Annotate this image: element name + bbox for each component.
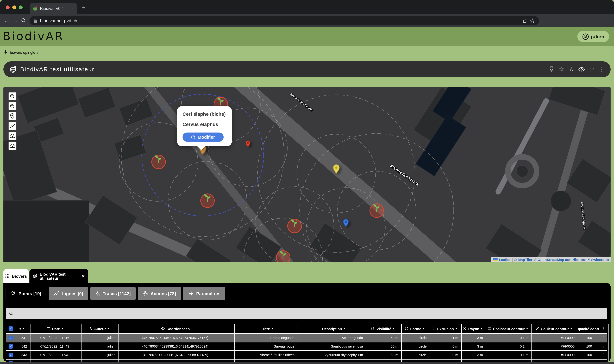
col-id[interactable]: #▾	[16, 324, 30, 333]
back-button[interactable]: ←	[3, 18, 11, 24]
browser-window: Biodivar v0.4 ✕ + ← → biodivar.heig-vd.c…	[0, 0, 614, 364]
tab-lignes[interactable]: Lignes [0]	[49, 286, 88, 300]
col-epaisseur-contour[interactable]: Épaisseur contour▾	[486, 324, 532, 333]
add-point-button[interactable]	[8, 112, 17, 120]
new-tab-button[interactable]: +	[81, 4, 85, 10]
yellow-pin-marker[interactable]	[333, 164, 340, 174]
table-row[interactable]: ✓ 542 07/11/202211h43 julien (46.7806344…	[6, 342, 607, 351]
height-arrows-icon	[432, 327, 436, 330]
url-bar[interactable]: biodivar.heig-vd.ch	[29, 16, 539, 25]
cell-coordonnees: (46.78075953146714,6.648647636175157)	[119, 334, 235, 342]
cell-auteur: julien	[82, 342, 119, 350]
col-date[interactable]: Date▾	[30, 324, 82, 333]
tab-biover-active[interactable]: BiodivAR test utilisateur ✕	[29, 269, 88, 283]
col-rayon[interactable]: Rayon▾	[462, 324, 486, 333]
zoom-in-button[interactable]	[8, 92, 17, 101]
red-pin-marker[interactable]	[245, 140, 250, 147]
col-extrusion[interactable]: Extrusion▾	[430, 324, 462, 333]
tab-traces[interactable]: Traces [1142]	[91, 286, 135, 300]
tab-points[interactable]: Points [19]	[5, 286, 46, 300]
table-row[interactable]: ✓ 541 07/11/202211h16 julien (46.7807595…	[6, 334, 607, 342]
pin-biover-icon[interactable]	[549, 66, 554, 72]
bookmark-star-icon[interactable]	[530, 18, 535, 23]
maptiler-link[interactable]: © MapTiler	[514, 258, 533, 262]
cell-opacite: 100	[578, 351, 599, 359]
visibility-eye-icon[interactable]	[578, 67, 585, 72]
cell-forme: circle	[402, 342, 430, 350]
table-search[interactable]	[6, 308, 607, 319]
cell-coordonnees: (46.78063440239381,6.649141497910024)	[119, 342, 235, 350]
tab-biovers[interactable]: Biovers	[3, 269, 29, 283]
macos-minimize-button[interactable]	[12, 5, 16, 9]
browser-tab[interactable]: Biodivar v0.4 ✕	[30, 3, 77, 14]
plant-marker[interactable]	[369, 203, 384, 218]
row-checkbox[interactable]: ✓	[6, 342, 16, 350]
share-icon[interactable]	[523, 18, 527, 23]
tab-parametres[interactable]: Paramètres	[183, 286, 225, 300]
target-icon	[161, 327, 165, 330]
forward-button[interactable]: →	[11, 18, 19, 24]
select-all-checkbox[interactable]: ✓	[6, 324, 16, 333]
app-logo[interactable]: BiodivAR	[3, 29, 64, 43]
user-menu-button[interactable]: julien	[577, 31, 609, 42]
search-input[interactable]	[16, 311, 604, 316]
pinned-biovers-label: biovers épinglé·s :	[4, 50, 40, 54]
cell-visibilite: 50 m	[366, 351, 402, 359]
macos-zoom-button[interactable]	[19, 5, 23, 9]
row-menu-kebab-icon[interactable]: ⋮	[599, 342, 607, 350]
popup-title: Cerf élaphe (biche)	[183, 111, 226, 117]
cloud-download-button[interactable]	[8, 142, 17, 150]
tab-globe-icon	[33, 273, 37, 279]
biover-header-bar[interactable]: BiodivAR test utilisateur ⋮	[3, 61, 611, 78]
more-options-kebab-icon[interactable]: ⋮	[599, 66, 604, 72]
macos-close-button[interactable]	[6, 5, 10, 9]
col-description[interactable]: Description▾	[298, 324, 366, 333]
blue-pin-marker[interactable]	[343, 219, 349, 227]
row-checkbox[interactable]: ✓	[6, 334, 16, 342]
row-menu-kebab-icon[interactable]: ⋮	[599, 334, 607, 342]
col-visibilite[interactable]: Visibilité▾	[366, 324, 402, 333]
biover-globe-icon	[10, 66, 17, 73]
row-menu-kebab-icon[interactable]: ⋮	[599, 351, 607, 359]
measure-compass-icon[interactable]	[569, 66, 574, 72]
cell-forme: circle	[402, 334, 430, 342]
modify-button[interactable]: Modifier	[183, 132, 224, 142]
col-couleur-contour[interactable]: Couleur contour▾	[532, 324, 578, 333]
table-scrollbar[interactable]	[608, 324, 609, 361]
header-menu-kebab-icon[interactable]: ⋮	[599, 324, 607, 333]
table-header-row: ✓ #▾ Date▾ Auteur▾ Coordonnées Titre▾ De…	[6, 324, 607, 334]
leaflet-map[interactable]: Avenue des SportsAvenue des SportsAvenue…	[3, 87, 611, 262]
cell-epaisseur: 0.1 m	[486, 351, 532, 359]
tab-close-icon[interactable]: ✕	[70, 6, 74, 11]
row-checkbox[interactable]: ✓	[6, 351, 16, 359]
col-forme[interactable]: Forme▾	[402, 324, 430, 333]
close-biover-tab-icon[interactable]: ✕	[81, 274, 85, 279]
cloud-upload-button[interactable]	[8, 131, 17, 140]
col-titre[interactable]: Titre▾	[235, 324, 298, 333]
col-coordonnees[interactable]: Coordonnées	[119, 324, 235, 333]
url-text[interactable]: biodivar.heig-vd.ch	[40, 18, 520, 23]
col-auteur[interactable]: Auteur▾	[82, 324, 119, 333]
add-line-button[interactable]	[8, 122, 17, 130]
col-opacite-contour[interactable]: Opacité contour	[578, 324, 599, 333]
table-row[interactable]: ✓ 543 07/11/202211h48 julien (46.7807700…	[6, 351, 607, 360]
osm-link[interactable]: © OpenStreetMap contributors	[534, 258, 586, 262]
cell-auteur: julien	[82, 351, 119, 359]
cell-date: 07/11/202211h16	[30, 334, 82, 342]
plant-marker[interactable]	[151, 155, 166, 169]
cell-id: 541	[16, 334, 30, 342]
leaflet-link[interactable]: Leaflet	[499, 258, 510, 262]
favorite-star-icon[interactable]	[559, 66, 564, 72]
sliders-icon	[188, 291, 194, 296]
zoom-out-button[interactable]	[8, 102, 17, 111]
edit-disabled-icon[interactable]	[589, 67, 595, 72]
plant-marker[interactable]	[276, 250, 290, 262]
tab-actions[interactable]: Actions [78]	[138, 286, 181, 300]
reload-button[interactable]	[19, 18, 27, 24]
cell-epaisseur: 0.1 m	[486, 342, 532, 350]
window-bottom-edge	[0, 362, 614, 364]
swisstopo-link[interactable]: © swisstopo	[588, 258, 609, 262]
popup-species: Cervus elaphus	[183, 122, 226, 127]
plant-marker[interactable]	[200, 194, 215, 208]
plant-marker[interactable]	[287, 219, 302, 233]
